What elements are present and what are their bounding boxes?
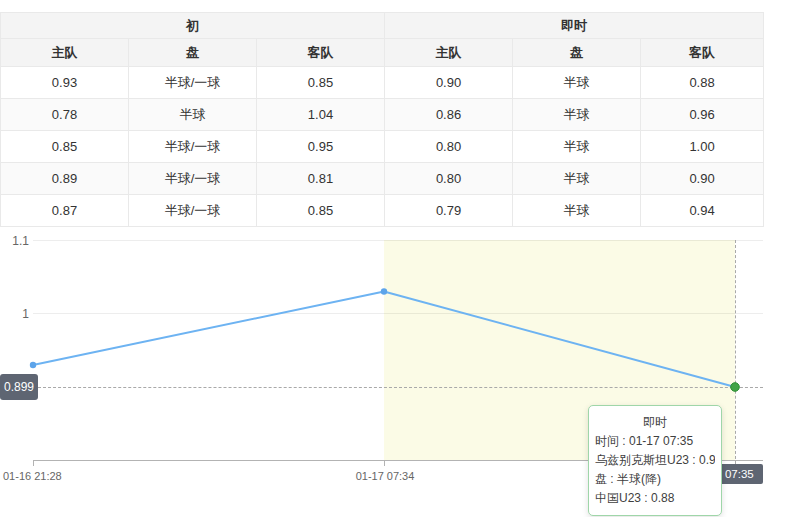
crosshair-vertical-dashed-line	[735, 240, 736, 464]
home-initial-odds: 0.89	[1, 163, 129, 195]
tooltip-home-odds-line: 乌兹别克斯坦U23 : 0.9	[595, 451, 715, 470]
home-live-odds: 0.80	[385, 163, 513, 195]
away-live-odds: 0.88	[641, 67, 764, 99]
tooltip-title: 即时	[595, 413, 715, 432]
table-group-header-row: 初 即时	[1, 13, 764, 39]
table-column-header-row: 主队 盘 客队 主队 盘 客队	[1, 39, 764, 67]
away-live-odds: 1.00	[641, 131, 764, 163]
col-header-away-initial: 客队	[257, 39, 385, 67]
group-header-live: 即时	[385, 13, 764, 39]
handicap-initial: 半球/一球	[129, 131, 257, 163]
tooltip-handicap-line: 盘 : 半球(降)	[595, 470, 715, 489]
gridline-1-0	[33, 313, 763, 314]
table-row: 0.78 半球 1.04 0.86 半球 0.96	[1, 99, 764, 131]
handicap-initial: 半球/一球	[129, 67, 257, 99]
away-live-odds: 0.96	[641, 99, 764, 131]
y-tick-label: 1.1	[0, 234, 29, 248]
away-initial-odds: 0.95	[257, 131, 385, 163]
handicap-live: 半球	[513, 99, 641, 131]
handicap-live: 半球	[513, 131, 641, 163]
handicap-initial: 半球	[129, 99, 257, 131]
handicap-live: 半球	[513, 195, 641, 227]
table-row: 0.89 半球/一球 0.81 0.80 半球 0.90	[1, 163, 764, 195]
table-row: 0.85 半球/一球 0.95 0.80 半球 1.00	[1, 131, 764, 163]
table-row: 0.87 半球/一球 0.85 0.79 半球 0.94	[1, 195, 764, 227]
odds-table: 初 即时 主队 盘 客队 主队 盘 客队 0.93 半球/一球 0.85 0.9…	[0, 12, 764, 227]
crosshair-horizontal-dashed-line	[38, 387, 763, 388]
odds-movement-chart[interactable]: 1.1 1 01-16 21:28 01-17 07:34 0.899 01-1…	[0, 228, 795, 517]
col-header-handicap-initial: 盘	[129, 39, 257, 67]
x-axis-tick	[33, 461, 34, 466]
col-header-away-live: 客队	[641, 39, 764, 67]
handicap-initial: 半球/一球	[129, 195, 257, 227]
home-initial-odds: 0.93	[1, 67, 129, 99]
home-initial-odds: 0.85	[1, 131, 129, 163]
away-initial-odds: 0.85	[257, 195, 385, 227]
home-initial-odds: 0.87	[1, 195, 129, 227]
col-header-home-initial: 主队	[1, 39, 129, 67]
home-initial-odds: 0.78	[1, 99, 129, 131]
home-live-odds: 0.90	[385, 67, 513, 99]
x-axis-tick	[384, 461, 385, 466]
away-initial-odds: 1.04	[257, 99, 385, 131]
away-live-odds: 0.90	[641, 163, 764, 195]
home-live-odds: 0.80	[385, 131, 513, 163]
tooltip-away-odds-line: 中国U23 : 0.88	[595, 489, 715, 508]
tooltip-time-line: 时间 : 01-17 07:35	[595, 432, 715, 451]
handicap-live: 半球	[513, 67, 641, 99]
y-axis-pointer-badge: 0.899	[0, 374, 38, 400]
away-initial-odds: 0.81	[257, 163, 385, 195]
col-header-handicap-live: 盘	[513, 39, 641, 67]
home-live-odds: 0.86	[385, 99, 513, 131]
gridline-1-1	[33, 240, 763, 241]
col-header-home-live: 主队	[385, 39, 513, 67]
x-tick-label: 01-16 21:28	[3, 470, 62, 482]
table-row: 0.93 半球/一球 0.85 0.90 半球 0.88	[1, 67, 764, 99]
away-live-odds: 0.94	[641, 195, 764, 227]
data-point[interactable]	[30, 362, 36, 368]
away-initial-odds: 0.85	[257, 67, 385, 99]
x-tick-label: 01-17 07:34	[353, 470, 417, 482]
y-tick-label: 1	[0, 307, 29, 321]
group-header-initial: 初	[1, 13, 385, 39]
chart-tooltip: 即时 时间 : 01-17 07:35 乌兹别克斯坦U23 : 0.9 盘 : …	[588, 405, 722, 516]
handicap-live: 半球	[513, 163, 641, 195]
handicap-initial: 半球/一球	[129, 163, 257, 195]
odds-page: { "table": { "groups": ["初", "即时"], "col…	[0, 0, 795, 517]
home-live-odds: 0.79	[385, 195, 513, 227]
